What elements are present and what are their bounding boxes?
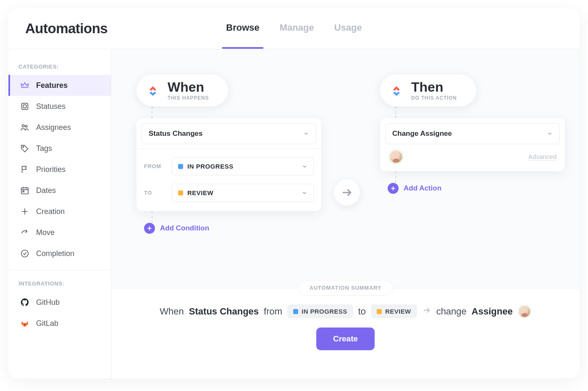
crown-icon: [20, 81, 29, 90]
gitlab-icon: [20, 319, 29, 328]
then-card: Change Assignee Advanced: [380, 118, 565, 171]
then-subtitle: DO THIS ACTION: [411, 95, 457, 101]
summary-from-chip: IN PROGRESS: [287, 304, 353, 318]
chevron-down-icon: [303, 131, 309, 137]
sidebar-item-gitlab[interactable]: GitLab: [8, 313, 111, 334]
summary-from: from: [264, 306, 282, 317]
svg-point-7: [21, 250, 29, 257]
summary-assignee: Assignee: [472, 306, 513, 317]
action-select[interactable]: Change Assignee: [385, 123, 560, 144]
sidebar-item-dates[interactable]: Dates: [8, 180, 111, 201]
then-title: Then: [411, 80, 457, 95]
svg-point-3: [25, 125, 27, 127]
sidebar-item-label: Dates: [36, 186, 56, 195]
sidebar-item-assignees[interactable]: Assignees: [8, 117, 111, 138]
assignee-avatar: [518, 305, 531, 318]
chevron-down-icon: [547, 131, 553, 137]
then-lane: Then DO THIS ACTION Change Assignee Adva…: [380, 74, 565, 194]
add-condition-button[interactable]: + Add Condition: [144, 223, 209, 234]
summary-sentence: When Status Changes from IN PROGRESS to …: [111, 304, 580, 318]
plus-icon: [20, 207, 29, 216]
github-icon: [20, 298, 29, 307]
svg-rect-6: [23, 191, 24, 192]
sidebar-item-label: GitLab: [36, 319, 58, 328]
clickup-logo-icon: [388, 82, 404, 98]
header: Automations Browse Manage Usage: [8, 8, 580, 49]
chevron-down-icon: [302, 190, 307, 196]
sidebar-item-label: Assignees: [36, 123, 71, 132]
assignee-avatar[interactable]: [388, 149, 404, 164]
sidebar-item-label: Tags: [36, 144, 52, 153]
sidebar-item-label: GitHub: [36, 298, 60, 307]
sidebar-item-priorities[interactable]: Priorities: [8, 159, 111, 180]
summary-when: When: [160, 306, 184, 317]
sidebar-item-features[interactable]: Features: [8, 75, 111, 96]
connector: [152, 106, 152, 118]
summary-to-chip: REVIEW: [371, 304, 417, 318]
connector: [152, 211, 152, 223]
tab-usage[interactable]: Usage: [334, 8, 362, 49]
tabs: Browse Manage Usage: [226, 8, 362, 49]
clickup-logo-icon: [145, 82, 161, 98]
svg-rect-5: [21, 188, 29, 194]
share-icon: [20, 228, 29, 237]
flag-icon: [20, 165, 29, 174]
connector: [395, 106, 396, 118]
sidebar-item-label: Statuses: [36, 102, 66, 111]
square-icon: [20, 102, 29, 111]
from-status-select[interactable]: IN PROGRESS: [172, 157, 314, 175]
tab-browse[interactable]: Browse: [226, 8, 259, 49]
add-action-button[interactable]: + Add Action: [388, 183, 441, 194]
sidebar: CATEGORIES: Features Statuses Assignees …: [8, 49, 111, 378]
sidebar-item-tags[interactable]: Tags: [8, 138, 111, 159]
sidebar-item-label: Creation: [36, 207, 65, 216]
add-action-label: Add Action: [404, 184, 441, 193]
status-color-dot: [178, 164, 183, 169]
flow-arrow: [334, 180, 360, 206]
chevron-down-icon: [302, 164, 307, 169]
tab-manage[interactable]: Manage: [280, 8, 314, 49]
when-header: When THIS HAPPENS: [136, 74, 228, 106]
svg-rect-0: [22, 103, 28, 110]
summary-heading: AUTOMATION SUMMARY: [298, 280, 393, 296]
builder-canvas: When THIS HAPPENS Status Changes FROM: [111, 49, 580, 288]
sidebar-item-label: Features: [36, 81, 68, 90]
then-header: Then DO THIS ACTION: [380, 74, 476, 106]
create-button[interactable]: Create: [316, 328, 375, 350]
add-condition-label: Add Condition: [160, 224, 209, 232]
to-status-select[interactable]: REVIEW: [172, 184, 314, 202]
categories-heading: CATEGORIES:: [8, 59, 111, 75]
from-status-value: IN PROGRESS: [187, 163, 234, 170]
divider: [8, 270, 111, 270]
svg-point-4: [23, 146, 24, 148]
page-title: Automations: [25, 21, 108, 37]
sidebar-item-statuses[interactable]: Statuses: [8, 96, 111, 117]
trigger-select[interactable]: Status Changes: [142, 123, 316, 144]
summary-trigger: Status Changes: [189, 306, 259, 317]
integrations-heading: INTEGRATIONS:: [8, 276, 111, 292]
status-color-dot: [293, 309, 298, 314]
svg-rect-1: [23, 105, 26, 108]
svg-point-2: [22, 125, 25, 127]
status-color-dot: [377, 309, 382, 314]
calendar-icon: [20, 186, 29, 195]
plus-circle-icon: +: [388, 183, 399, 194]
sidebar-item-github[interactable]: GitHub: [8, 292, 111, 313]
sidebar-item-label: Move: [36, 228, 55, 237]
arrow-right-icon: [422, 306, 431, 317]
tag-icon: [20, 144, 29, 153]
people-icon: [20, 123, 29, 132]
sidebar-item-label: Completion: [36, 249, 74, 258]
to-status-value: REVIEW: [187, 189, 213, 196]
to-label: TO: [144, 190, 166, 196]
advanced-link[interactable]: Advanced: [528, 153, 556, 161]
sidebar-item-label: Priorities: [36, 165, 66, 174]
summary-to: to: [358, 306, 366, 317]
check-circle-icon: [20, 249, 29, 258]
main: When THIS HAPPENS Status Changes FROM: [111, 49, 580, 378]
summary-change: change: [436, 306, 467, 317]
sidebar-item-completion[interactable]: Completion: [8, 243, 111, 264]
when-title: When: [168, 80, 209, 95]
sidebar-item-move[interactable]: Move: [8, 222, 111, 243]
sidebar-item-creation[interactable]: Creation: [8, 201, 111, 222]
